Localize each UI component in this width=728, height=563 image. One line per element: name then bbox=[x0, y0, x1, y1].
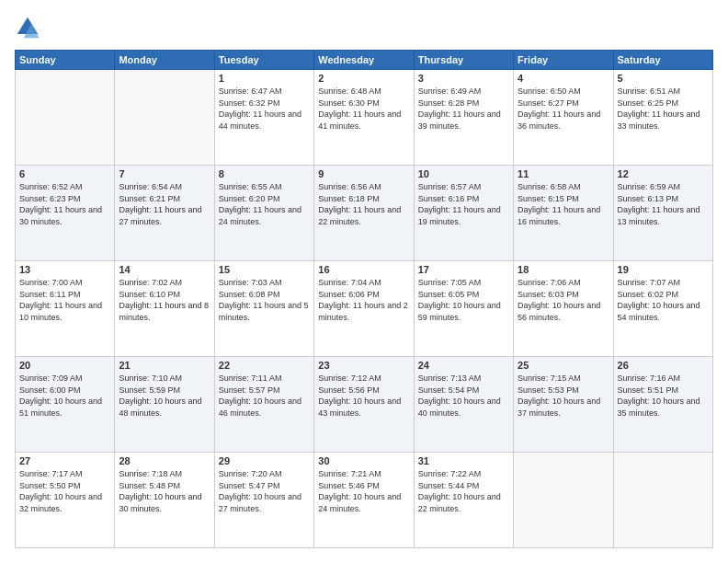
calendar-cell: 6Sunrise: 6:52 AMSunset: 6:23 PMDaylight… bbox=[16, 166, 115, 261]
day-number: 23 bbox=[318, 360, 409, 371]
day-number: 15 bbox=[219, 264, 310, 275]
header bbox=[15, 15, 713, 40]
col-header-sunday: Sunday bbox=[16, 51, 115, 70]
day-info: Sunrise: 7:10 AMSunset: 5:59 PMDaylight:… bbox=[119, 373, 210, 419]
day-info: Sunrise: 7:02 AMSunset: 6:10 PMDaylight:… bbox=[119, 277, 210, 323]
calendar-cell: 24Sunrise: 7:13 AMSunset: 5:54 PMDayligh… bbox=[414, 357, 513, 453]
day-number: 21 bbox=[119, 360, 210, 371]
day-number: 1 bbox=[219, 73, 310, 84]
day-info: Sunrise: 7:07 AMSunset: 6:02 PMDaylight:… bbox=[618, 277, 709, 323]
calendar-cell: 7Sunrise: 6:54 AMSunset: 6:21 PMDaylight… bbox=[115, 166, 214, 261]
day-number: 30 bbox=[318, 455, 409, 466]
col-header-thursday: Thursday bbox=[414, 51, 513, 70]
day-info: Sunrise: 7:05 AMSunset: 6:05 PMDaylight:… bbox=[418, 277, 509, 323]
day-number: 9 bbox=[318, 168, 409, 179]
day-number: 7 bbox=[119, 168, 210, 179]
calendar-cell: 18Sunrise: 7:06 AMSunset: 6:03 PMDayligh… bbox=[514, 261, 613, 357]
day-number: 25 bbox=[518, 360, 609, 371]
calendar-week-4: 20Sunrise: 7:09 AMSunset: 6:00 PMDayligh… bbox=[16, 357, 713, 453]
calendar-cell: 20Sunrise: 7:09 AMSunset: 6:00 PMDayligh… bbox=[16, 357, 115, 453]
day-number: 12 bbox=[618, 168, 709, 179]
day-info: Sunrise: 7:13 AMSunset: 5:54 PMDaylight:… bbox=[418, 373, 509, 419]
logo bbox=[15, 15, 44, 40]
day-info: Sunrise: 7:15 AMSunset: 5:53 PMDaylight:… bbox=[518, 373, 609, 419]
day-info: Sunrise: 6:52 AMSunset: 6:23 PMDaylight:… bbox=[19, 181, 110, 227]
calendar-cell: 28Sunrise: 7:18 AMSunset: 5:48 PMDayligh… bbox=[115, 453, 214, 548]
day-number: 10 bbox=[418, 168, 509, 179]
calendar-cell: 9Sunrise: 6:56 AMSunset: 6:18 PMDaylight… bbox=[314, 166, 414, 261]
calendar-cell: 2Sunrise: 6:48 AMSunset: 6:30 PMDaylight… bbox=[314, 70, 414, 166]
day-info: Sunrise: 6:49 AMSunset: 6:28 PMDaylight:… bbox=[418, 86, 509, 132]
day-info: Sunrise: 7:00 AMSunset: 6:11 PMDaylight:… bbox=[19, 277, 110, 323]
day-info: Sunrise: 6:58 AMSunset: 6:15 PMDaylight:… bbox=[518, 181, 609, 227]
calendar-cell: 22Sunrise: 7:11 AMSunset: 5:57 PMDayligh… bbox=[214, 357, 313, 453]
calendar-cell: 3Sunrise: 6:49 AMSunset: 6:28 PMDaylight… bbox=[414, 70, 513, 166]
col-header-wednesday: Wednesday bbox=[314, 51, 414, 70]
calendar-cell: 19Sunrise: 7:07 AMSunset: 6:02 PMDayligh… bbox=[613, 261, 712, 357]
day-number: 19 bbox=[618, 264, 709, 275]
day-info: Sunrise: 7:11 AMSunset: 5:57 PMDaylight:… bbox=[219, 373, 310, 419]
day-info: Sunrise: 6:51 AMSunset: 6:25 PMDaylight:… bbox=[618, 86, 709, 132]
calendar-week-3: 13Sunrise: 7:00 AMSunset: 6:11 PMDayligh… bbox=[16, 261, 713, 357]
day-info: Sunrise: 7:21 AMSunset: 5:46 PMDaylight:… bbox=[318, 468, 409, 514]
day-number: 31 bbox=[418, 455, 509, 466]
calendar-cell bbox=[613, 453, 712, 548]
day-number: 16 bbox=[318, 264, 409, 275]
calendar-week-2: 6Sunrise: 6:52 AMSunset: 6:23 PMDaylight… bbox=[16, 166, 713, 261]
day-number: 14 bbox=[119, 264, 210, 275]
day-info: Sunrise: 6:56 AMSunset: 6:18 PMDaylight:… bbox=[318, 181, 409, 227]
day-number: 3 bbox=[418, 73, 509, 84]
calendar-cell bbox=[16, 70, 115, 166]
logo-icon bbox=[15, 15, 40, 40]
day-number: 6 bbox=[19, 168, 110, 179]
col-header-saturday: Saturday bbox=[613, 51, 712, 70]
col-header-monday: Monday bbox=[115, 51, 214, 70]
day-number: 8 bbox=[219, 168, 310, 179]
day-info: Sunrise: 6:55 AMSunset: 6:20 PMDaylight:… bbox=[219, 181, 310, 227]
day-info: Sunrise: 7:09 AMSunset: 6:00 PMDaylight:… bbox=[19, 373, 110, 419]
day-number: 5 bbox=[618, 73, 709, 84]
calendar-cell: 4Sunrise: 6:50 AMSunset: 6:27 PMDaylight… bbox=[514, 70, 613, 166]
calendar-week-5: 27Sunrise: 7:17 AMSunset: 5:50 PMDayligh… bbox=[16, 453, 713, 548]
day-number: 29 bbox=[219, 455, 310, 466]
calendar-cell: 15Sunrise: 7:03 AMSunset: 6:08 PMDayligh… bbox=[214, 261, 313, 357]
calendar-cell: 26Sunrise: 7:16 AMSunset: 5:51 PMDayligh… bbox=[613, 357, 712, 453]
calendar-cell: 25Sunrise: 7:15 AMSunset: 5:53 PMDayligh… bbox=[514, 357, 613, 453]
day-info: Sunrise: 6:50 AMSunset: 6:27 PMDaylight:… bbox=[518, 86, 609, 132]
calendar-cell: 27Sunrise: 7:17 AMSunset: 5:50 PMDayligh… bbox=[16, 453, 115, 548]
day-info: Sunrise: 7:04 AMSunset: 6:06 PMDaylight:… bbox=[318, 277, 409, 323]
calendar-cell: 13Sunrise: 7:00 AMSunset: 6:11 PMDayligh… bbox=[16, 261, 115, 357]
calendar-cell: 16Sunrise: 7:04 AMSunset: 6:06 PMDayligh… bbox=[314, 261, 414, 357]
calendar-cell: 17Sunrise: 7:05 AMSunset: 6:05 PMDayligh… bbox=[414, 261, 513, 357]
calendar-cell: 12Sunrise: 6:59 AMSunset: 6:13 PMDayligh… bbox=[613, 166, 712, 261]
day-number: 28 bbox=[119, 455, 210, 466]
day-info: Sunrise: 7:12 AMSunset: 5:56 PMDaylight:… bbox=[318, 373, 409, 419]
calendar-week-1: 1Sunrise: 6:47 AMSunset: 6:32 PMDaylight… bbox=[16, 70, 713, 166]
col-header-tuesday: Tuesday bbox=[214, 51, 313, 70]
day-number: 2 bbox=[318, 73, 409, 84]
calendar-cell: 10Sunrise: 6:57 AMSunset: 6:16 PMDayligh… bbox=[414, 166, 513, 261]
day-info: Sunrise: 7:17 AMSunset: 5:50 PMDaylight:… bbox=[19, 468, 110, 514]
day-info: Sunrise: 7:06 AMSunset: 6:03 PMDaylight:… bbox=[518, 277, 609, 323]
day-info: Sunrise: 6:47 AMSunset: 6:32 PMDaylight:… bbox=[219, 86, 310, 132]
calendar-table: SundayMondayTuesdayWednesdayThursdayFrid… bbox=[15, 50, 713, 548]
calendar-cell bbox=[514, 453, 613, 548]
calendar-cell: 5Sunrise: 6:51 AMSunset: 6:25 PMDaylight… bbox=[613, 70, 712, 166]
day-number: 11 bbox=[518, 168, 609, 179]
day-number: 26 bbox=[618, 360, 709, 371]
day-number: 4 bbox=[518, 73, 609, 84]
day-number: 24 bbox=[418, 360, 509, 371]
day-info: Sunrise: 6:48 AMSunset: 6:30 PMDaylight:… bbox=[318, 86, 409, 132]
col-header-friday: Friday bbox=[514, 51, 613, 70]
day-info: Sunrise: 7:16 AMSunset: 5:51 PMDaylight:… bbox=[618, 373, 709, 419]
calendar-cell: 21Sunrise: 7:10 AMSunset: 5:59 PMDayligh… bbox=[115, 357, 214, 453]
day-number: 22 bbox=[219, 360, 310, 371]
day-number: 13 bbox=[19, 264, 110, 275]
calendar-cell bbox=[115, 70, 214, 166]
day-info: Sunrise: 6:59 AMSunset: 6:13 PMDaylight:… bbox=[618, 181, 709, 227]
day-info: Sunrise: 7:03 AMSunset: 6:08 PMDaylight:… bbox=[219, 277, 310, 323]
day-info: Sunrise: 7:22 AMSunset: 5:44 PMDaylight:… bbox=[418, 468, 509, 514]
calendar-cell: 23Sunrise: 7:12 AMSunset: 5:56 PMDayligh… bbox=[314, 357, 414, 453]
day-info: Sunrise: 7:18 AMSunset: 5:48 PMDaylight:… bbox=[119, 468, 210, 514]
calendar-cell: 14Sunrise: 7:02 AMSunset: 6:10 PMDayligh… bbox=[115, 261, 214, 357]
